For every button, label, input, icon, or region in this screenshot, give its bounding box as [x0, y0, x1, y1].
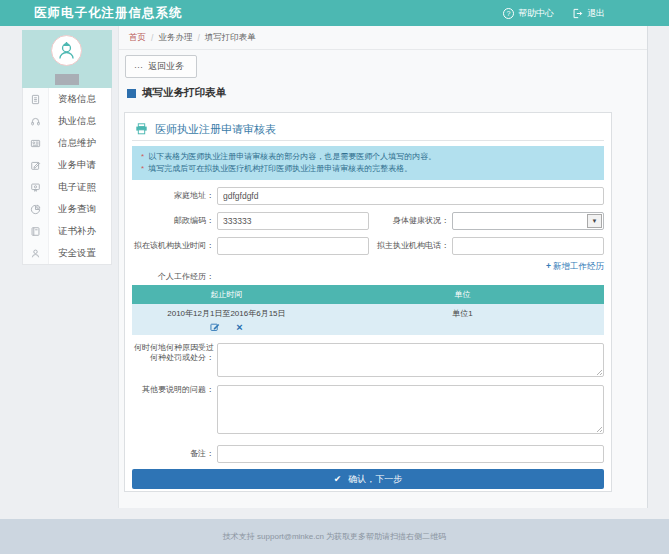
breadcrumb: 首页 / 业务办理 / 填写打印表单 — [119, 26, 647, 50]
info-note-text: 填写完成后可在拟执业医疗机构打印医师执业注册申请审核表的完整表格。 — [148, 163, 412, 175]
plus-icon: + — [546, 261, 551, 271]
book-icon — [23, 220, 49, 242]
sidebar-item-business-application[interactable]: 业务申请 — [23, 154, 111, 176]
form-row-punishment: 何时何地何种原因受过何种处罚或处分： — [132, 343, 604, 377]
table-row-actions: × — [132, 321, 321, 332]
footer: 技术支持 support@minke.cn 为获取更多帮助请扫描右侧二维码 — [0, 519, 669, 554]
home-address-label: 家庭地址： — [132, 191, 214, 201]
table-cell-time: 2010年12月1日至2016年6月15日 — [132, 308, 321, 319]
edit-icon — [23, 154, 49, 176]
sidebar-item-certificate-reissue[interactable]: 证书补办 — [23, 220, 111, 242]
sidebar-item-info-maintenance[interactable]: 信息维护 — [23, 132, 111, 154]
confirm-next-label: 确认，下一步 — [348, 473, 402, 486]
work-experience-table: 起止时间 单位 2010年12月1日至2016年6月15日 单位1 × — [132, 285, 604, 335]
home-address-input[interactable] — [217, 187, 604, 205]
certificate-icon — [23, 176, 49, 198]
footer-text: 技术支持 support@minke.cn 为获取更多帮助请扫描右侧二维码 — [223, 531, 446, 542]
sidebar-item-security-settings[interactable]: 安全设置 — [23, 242, 111, 264]
table-row-values: 2010年12月1日至2016年6月15日 单位1 — [132, 308, 604, 319]
square-bullet-icon — [127, 89, 136, 98]
document-icon — [23, 88, 49, 110]
other-issues-textarea-wrap — [217, 385, 604, 434]
logout-icon — [572, 8, 583, 19]
form-row-time-phone: 拟在该机构执业时间： 拟主执业机构电话： — [132, 237, 604, 255]
pie-query-icon — [23, 198, 49, 220]
add-experience-link[interactable]: +新增工作经历 — [546, 261, 604, 271]
dots-icon: ··· — [134, 65, 143, 69]
section-title-text: 填写业务打印表单 — [142, 86, 226, 100]
sidebar-item-electronic-certificate[interactable]: 电子证照 — [23, 176, 111, 198]
section-title: 填写业务打印表单 — [119, 83, 647, 103]
confirm-next-button[interactable]: ✔ 确认，下一步 — [132, 469, 604, 489]
note-bullet-icon: * — [141, 151, 144, 163]
breadcrumb-business[interactable]: 业务办理 — [158, 32, 192, 44]
punishment-textarea-wrap — [217, 343, 604, 377]
logout-link[interactable]: 退出 — [572, 7, 605, 20]
sidebar-item-qualification-info[interactable]: 资格信息 — [23, 88, 111, 110]
sidebar-item-business-query[interactable]: 业务查询 — [23, 198, 111, 220]
table-row: 2010年12月1日至2016年6月15日 单位1 × — [132, 304, 604, 335]
sidebar-menu: 资格信息 执业信息 信息维护 业务申请 电子证照 — [22, 88, 112, 265]
resize-grip-icon[interactable] — [596, 426, 602, 432]
info-note: * 填写完成后可在拟执业医疗机构打印医师执业注册申请审核表的完整表格。 — [141, 163, 595, 175]
form-row-postal-health: 邮政编码： 身体健康状况： ▼ — [132, 212, 604, 230]
delete-icon[interactable]: × — [236, 322, 242, 332]
panel-header: 医师执业注册申请审核表 — [132, 118, 604, 141]
help-icon: ? — [503, 8, 514, 19]
avatar[interactable] — [51, 35, 82, 66]
form-row-home-address: 家庭地址： — [132, 187, 604, 205]
health-status-label: 身体健康状况： — [369, 216, 449, 226]
work-experience-label: 个人工作经历： — [132, 272, 214, 282]
resize-grip-icon[interactable] — [596, 369, 602, 375]
form-panel: 医师执业注册申请审核表 * 以下表格为医师执业注册申请审核表的部分内容，也是需要… — [124, 112, 612, 492]
doctor-avatar-icon — [56, 40, 77, 61]
edit-icon[interactable] — [210, 322, 220, 332]
note-bullet-icon: * — [141, 163, 144, 175]
chevron-down-icon[interactable]: ▼ — [587, 214, 602, 228]
sidebar-item-practice-info[interactable]: 执业信息 — [23, 110, 111, 132]
help-label: 帮助中心 — [518, 7, 554, 20]
user-lock-icon — [23, 242, 49, 264]
id-card-icon — [23, 132, 49, 154]
help-center-link[interactable]: ? 帮助中心 — [503, 7, 554, 20]
health-status-select[interactable]: ▼ — [452, 212, 604, 230]
table-cell-unit: 单位1 — [321, 308, 604, 319]
user-name-redacted — [55, 74, 79, 85]
remarks-input[interactable] — [217, 445, 604, 463]
form-title: 医师执业注册申请审核表 — [155, 122, 276, 137]
other-issues-label: 其他要说明的问题： — [132, 385, 214, 395]
main-content: 首页 / 业务办理 / 填写打印表单 ··· 返回业务 填写业务打印表单 医师执… — [118, 26, 648, 508]
toolbar: ··· 返回业务 — [119, 50, 647, 83]
return-business-label: 返回业务 — [148, 60, 184, 73]
punishment-label: 何时何地何种原因受过何种处罚或处分： — [132, 343, 214, 363]
org-phone-label: 拟主执业机构电话： — [369, 241, 449, 251]
info-note-text: 以下表格为医师执业注册申请审核表的部分内容，也是需要医师个人填写的内容。 — [148, 151, 436, 163]
breadcrumb-separator: / — [151, 33, 153, 43]
app-header: 医师电子化注册信息系统 ? 帮助中心 退出 — [0, 0, 669, 26]
other-issues-textarea[interactable] — [217, 385, 604, 434]
info-box: * 以下表格为医师执业注册申请审核表的部分内容，也是需要医师个人填写的内容。 *… — [132, 146, 604, 180]
breadcrumb-home[interactable]: 首页 — [129, 32, 146, 44]
practice-time-input[interactable] — [217, 237, 369, 255]
remarks-label: 备注： — [132, 449, 214, 459]
breadcrumb-current: 填写打印表单 — [205, 32, 256, 44]
work-experience-row: 个人工作经历： — [132, 272, 604, 282]
check-icon: ✔ — [334, 474, 342, 484]
app-title: 医师电子化注册信息系统 — [34, 5, 183, 22]
headset-icon — [23, 110, 49, 132]
form-row-other-issues: 其他要说明的问题： — [132, 385, 604, 434]
sidebar: 资格信息 执业信息 信息维护 业务申请 电子证照 — [22, 30, 112, 265]
add-experience-row: +新增工作经历 — [132, 261, 604, 271]
table-header: 起止时间 单位 — [132, 285, 604, 304]
org-phone-input[interactable] — [452, 237, 604, 255]
postal-code-input[interactable] — [217, 212, 369, 230]
sidebar-profile — [22, 30, 112, 88]
punishment-textarea[interactable] — [217, 343, 604, 377]
practice-time-label: 拟在该机构执业时间： — [132, 241, 214, 251]
table-header-time: 起止时间 — [132, 289, 321, 300]
printer-icon — [135, 123, 148, 135]
form-row-remarks: 备注： — [132, 445, 604, 463]
logout-label: 退出 — [587, 7, 605, 20]
return-business-button[interactable]: ··· 返回业务 — [125, 55, 197, 78]
info-note: * 以下表格为医师执业注册申请审核表的部分内容，也是需要医师个人填写的内容。 — [141, 151, 595, 163]
